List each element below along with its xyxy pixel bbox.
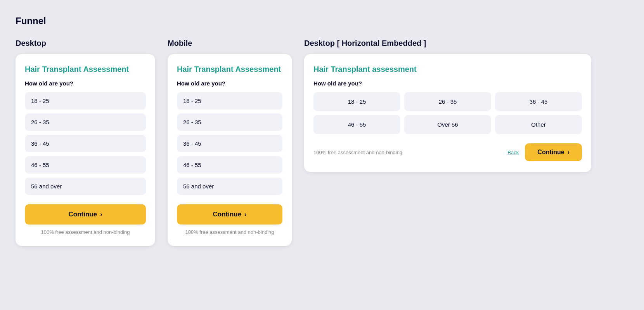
horizontal-footer: 100% free assessment and non-binding Bac… xyxy=(313,143,582,161)
horizontal-option-3[interactable]: 46 - 55 xyxy=(313,115,400,134)
mobile-card-question: How old are you? xyxy=(177,80,282,87)
horizontal-chevron-icon: › xyxy=(568,149,570,156)
desktop-options: 18 - 25 26 - 35 36 - 45 46 - 55 56 and o… xyxy=(25,92,146,195)
mobile-continue-label: Continue xyxy=(213,211,242,218)
mobile-option-2[interactable]: 36 - 45 xyxy=(177,135,282,152)
desktop-option-3[interactable]: 46 - 55 xyxy=(25,156,146,174)
desktop-section: Desktop Hair Transplant Assessment How o… xyxy=(16,39,155,246)
horizontal-continue-button[interactable]: Continue › xyxy=(525,143,582,161)
horizontal-options: 18 - 25 26 - 35 36 - 45 46 - 55 Over 56 … xyxy=(313,92,582,134)
mobile-card: Hair Transplant Assessment How old are y… xyxy=(168,54,292,246)
mobile-option-1[interactable]: 26 - 35 xyxy=(177,113,282,131)
horizontal-option-5[interactable]: Other xyxy=(495,115,582,134)
mobile-label: Mobile xyxy=(168,39,292,48)
horizontal-card: Hair Transplant assessment How old are y… xyxy=(304,54,591,172)
mobile-card-title: Hair Transplant Assessment xyxy=(177,65,282,74)
horizontal-label: Desktop [ Horizontal Embedded ] xyxy=(304,39,628,48)
desktop-option-4[interactable]: 56 and over xyxy=(25,178,146,195)
mobile-options: 18 - 25 26 - 35 36 - 45 46 - 55 56 and o… xyxy=(177,92,282,195)
mobile-option-4[interactable]: 56 and over xyxy=(177,178,282,195)
desktop-card: Hair Transplant Assessment How old are y… xyxy=(16,54,155,246)
desktop-continue-button[interactable]: Continue › xyxy=(25,204,146,225)
mobile-option-3[interactable]: 46 - 55 xyxy=(177,156,282,174)
mobile-section: Mobile Hair Transplant Assessment How ol… xyxy=(168,39,292,246)
desktop-option-0[interactable]: 18 - 25 xyxy=(25,92,146,110)
horizontal-option-2[interactable]: 36 - 45 xyxy=(495,92,582,111)
horizontal-back-button[interactable]: Back xyxy=(507,150,519,155)
mobile-disclaimer: 100% free assessment and non-binding xyxy=(177,229,282,235)
horizontal-disclaimer: 100% free assessment and non-binding xyxy=(313,150,402,155)
horizontal-option-0[interactable]: 18 - 25 xyxy=(313,92,400,111)
sections-row: Desktop Hair Transplant Assessment How o… xyxy=(16,39,628,246)
desktop-chevron-icon: › xyxy=(100,211,102,218)
mobile-option-0[interactable]: 18 - 25 xyxy=(177,92,282,110)
desktop-continue-label: Continue xyxy=(69,211,97,218)
horizontal-card-question: How old are you? xyxy=(313,80,582,87)
horizontal-continue-label: Continue xyxy=(537,149,564,156)
horizontal-option-1[interactable]: 26 - 35 xyxy=(404,92,491,111)
horizontal-card-title: Hair Transplant assessment xyxy=(313,65,582,74)
desktop-card-title: Hair Transplant Assessment xyxy=(25,65,146,74)
desktop-card-question: How old are you? xyxy=(25,80,146,87)
desktop-disclaimer: 100% free assessment and non-binding xyxy=(25,229,146,235)
desktop-label: Desktop xyxy=(16,39,155,48)
page-title: Funnel xyxy=(16,16,628,26)
desktop-option-2[interactable]: 36 - 45 xyxy=(25,135,146,152)
mobile-continue-button[interactable]: Continue › xyxy=(177,204,282,225)
desktop-option-1[interactable]: 26 - 35 xyxy=(25,113,146,131)
horizontal-section: Desktop [ Horizontal Embedded ] Hair Tra… xyxy=(304,39,628,172)
mobile-chevron-icon: › xyxy=(244,211,246,218)
horizontal-option-4[interactable]: Over 56 xyxy=(404,115,491,134)
